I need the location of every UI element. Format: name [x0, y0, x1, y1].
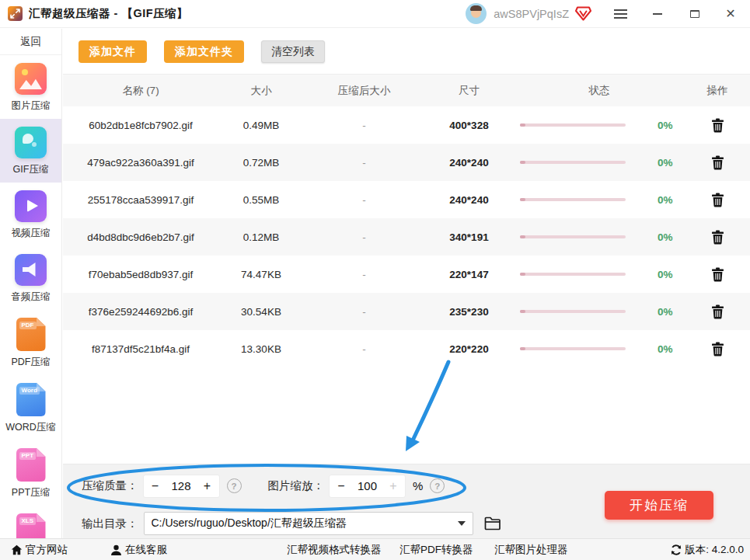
quality-minus-button[interactable]: −	[144, 479, 167, 493]
progress-percent: 0%	[658, 231, 673, 243]
back-button[interactable]: 返回	[0, 29, 61, 55]
username: awS8PVjPqIsZ	[494, 8, 569, 20]
quality-value[interactable]: 128	[167, 479, 196, 492]
file-name: d4bd8dbc9d6eb2b7.gif	[63, 231, 218, 243]
sidebar-item[interactable]: 音频压缩	[0, 246, 61, 310]
file-table: 60b2db1e8fcb7902.gif 0.49MB - 400*328 0%	[63, 106, 750, 367]
scale-help-icon[interactable]: ?	[430, 478, 445, 493]
sidebar-item-icon: PDF	[16, 318, 46, 351]
sidebar-item-icon	[15, 254, 47, 286]
sidebar-item-label: WORD压缩	[5, 421, 56, 434]
output-path: C:/Users/ruguo/Desktop/汇帮超级压缩器	[152, 517, 453, 530]
delete-button[interactable]	[685, 230, 750, 245]
trash-icon	[711, 304, 724, 319]
progress-percent: 0%	[658, 120, 673, 131]
user-avatar[interactable]	[466, 3, 487, 24]
trash-icon	[711, 155, 724, 170]
pdf-converter-link[interactable]: 汇帮PDF转换器	[399, 543, 473, 557]
status-cell: 0%	[514, 343, 685, 355]
minimize-button[interactable]	[646, 2, 669, 26]
compressed-size: -	[304, 269, 424, 280]
file-dimensions: 240*240	[424, 194, 514, 206]
file-size: 0.72MB	[218, 157, 304, 169]
progress-percent: 0%	[658, 343, 673, 355]
statusbar: 官方网站 在线客服 汇帮视频格式转换器 汇帮PDF转换器 汇帮图片处理器 版本:…	[0, 538, 750, 560]
sidebar-item[interactable]: Word WORD压缩	[0, 375, 61, 440]
scale-minus-button[interactable]: −	[330, 479, 353, 493]
status-cell: 0%	[514, 157, 685, 169]
table-row[interactable]: f70ebab5ed8db937.gif 74.47KB - 220*147 0…	[63, 256, 750, 293]
vip-badge-icon[interactable]	[575, 6, 591, 21]
support-person-icon	[110, 544, 122, 556]
compressed-size: -	[304, 306, 424, 318]
file-type-badge: Word	[19, 387, 40, 395]
file-size: 30.54KB	[218, 306, 304, 318]
trash-icon	[711, 193, 724, 207]
trash-icon	[711, 230, 724, 245]
scale-plus-button[interactable]: +	[382, 479, 405, 493]
trash-icon	[711, 118, 724, 133]
sidebar-item-label: 图片压缩	[12, 99, 51, 113]
browse-folder-button[interactable]	[484, 517, 501, 530]
file-dimensions: 400*328	[424, 120, 514, 131]
delete-button[interactable]	[685, 304, 750, 319]
sidebar-item-label: 音频压缩	[12, 290, 51, 304]
table-row[interactable]: 255178ccaa539917.gif 0.55MB - 240*240 0%	[63, 181, 750, 218]
delete-button[interactable]	[685, 193, 750, 207]
table-row[interactable]: 479ac922a360a391.gif 0.72MB - 240*240 0%	[63, 144, 750, 181]
close-button[interactable]: ✕	[719, 2, 742, 26]
table-row[interactable]: f87137df5c21bf4a.gif 13.30KB - 220*220 0…	[63, 330, 750, 367]
sidebar-item-label: 视频压缩	[12, 227, 51, 240]
add-file-button[interactable]: 添加文件	[78, 40, 147, 63]
online-support-link[interactable]: 在线客服	[110, 543, 167, 557]
video-converter-link[interactable]: 汇帮视频格式转换器	[287, 543, 382, 557]
home-icon	[11, 544, 23, 555]
delete-button[interactable]	[685, 118, 750, 133]
delete-button[interactable]	[685, 267, 750, 282]
menu-button[interactable]	[609, 2, 632, 26]
scale-value[interactable]: 100	[353, 479, 382, 492]
sidebar-item[interactable]: PDF PDF压缩	[0, 310, 61, 375]
trash-icon	[711, 342, 724, 357]
table-row[interactable]: f376e259244692b6.gif 30.54KB - 235*230 0…	[63, 293, 750, 330]
quality-plus-button[interactable]: +	[196, 479, 219, 493]
start-compression-button[interactable]: 开始压缩	[605, 491, 713, 520]
sidebar-item-icon	[15, 127, 47, 158]
titlebar: 汇帮超级压缩器 - 【GIF压缩】 awS8PVjPqIsZ ✕	[0, 0, 750, 28]
version-info: 版本: 4.2.0.0	[671, 543, 744, 557]
col-dims: 尺寸	[424, 84, 514, 98]
status-cell: 0%	[514, 269, 685, 280]
image-processor-link[interactable]: 汇帮图片处理器	[494, 543, 568, 557]
compressed-size: -	[304, 343, 424, 355]
sidebar-item-label: GIF压缩	[13, 163, 49, 176]
file-size: 0.55MB	[218, 194, 304, 206]
output-path-combobox[interactable]: C:/Users/ruguo/Desktop/汇帮超级压缩器	[144, 512, 473, 535]
sidebar-item-icon	[15, 63, 47, 95]
add-folder-button[interactable]: 添加文件夹	[164, 40, 244, 63]
sidebar-item-icon: PPT	[16, 448, 46, 482]
dropdown-arrow-icon	[458, 521, 466, 526]
progress-percent: 0%	[658, 194, 673, 206]
sidebar-item[interactable]: PPT PPT压缩	[0, 440, 61, 506]
sidebar-item[interactable]: 图片压缩	[0, 55, 61, 119]
delete-button[interactable]	[685, 155, 750, 170]
scale-label: 图片缩放：	[268, 478, 325, 493]
quality-help-icon[interactable]: ?	[227, 478, 242, 493]
file-dimensions: 340*191	[424, 231, 514, 243]
progress-bar	[520, 273, 626, 276]
table-row[interactable]: 60b2db1e8fcb7902.gif 0.49MB - 400*328 0%	[63, 106, 750, 144]
sidebar-item[interactable]: 视频压缩	[0, 183, 61, 246]
progress-percent: 0%	[658, 306, 673, 318]
official-website-link[interactable]: 官方网站	[11, 543, 68, 557]
file-size: 0.12MB	[218, 231, 304, 243]
folder-icon	[484, 517, 501, 530]
file-size: 0.49MB	[218, 120, 304, 131]
settings-panel: 压缩质量： − 128 + ? 图片缩放： − 100 + % ? 输出目录： …	[63, 464, 750, 538]
maximize-button[interactable]	[683, 2, 706, 26]
clear-list-button[interactable]: 清空列表	[261, 40, 325, 63]
table-row[interactable]: d4bd8dbc9d6eb2b7.gif 0.12MB - 340*191 0%	[63, 218, 750, 256]
sidebar-item[interactable]: GIF压缩	[0, 119, 61, 183]
file-type-badge: PDF	[19, 322, 37, 329]
delete-button[interactable]	[685, 342, 750, 357]
quality-label: 压缩质量：	[82, 478, 138, 493]
